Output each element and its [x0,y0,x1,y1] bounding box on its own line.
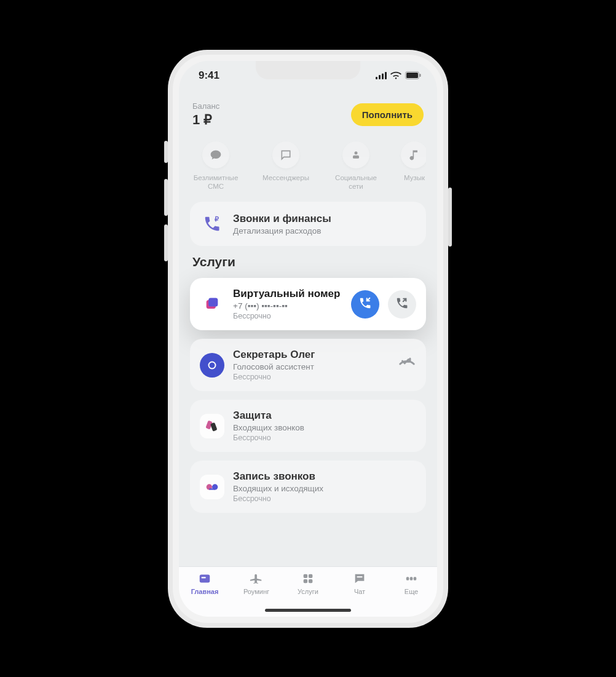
svg-rect-23 [304,579,307,582]
svg-rect-20 [202,577,206,578]
mute-switch [164,141,168,163]
service-card-protection[interactable]: Защита Входящих звонков Бессрочно [190,400,426,452]
svg-rect-6 [420,74,421,77]
balance-label: Баланс [192,101,219,111]
phone-incoming-icon [358,296,372,312]
quick-action-label: Социальные сети [335,173,377,191]
service-subtitle: Входящих и исходящих [233,484,416,493]
service-card-assistant[interactable]: Секретарь Олег Голосовой ассистент Бесср… [190,339,426,391]
svg-rect-3 [385,72,387,79]
volume-down [164,224,168,261]
balance-value: 1 ₽ [192,112,219,128]
incoming-call-button[interactable] [351,290,379,319]
chat-bubble-icon [202,141,229,168]
service-card-call-recording[interactable]: Запись звонков Входящих и исходящих Бесс… [190,461,426,513]
voicemail-icon [200,475,224,499]
status-time: 9:41 [199,69,219,82]
tab-home[interactable]: Главная [183,572,226,595]
svg-rect-27 [410,577,413,580]
shield-block-icon [200,414,224,438]
phone-outgoing-icon [395,296,409,312]
airplane-icon [249,572,264,585]
service-title: Виртуальный номер [233,288,342,300]
tab-label: Чат [354,588,365,595]
more-icon [404,572,419,585]
chat-icon [352,572,367,585]
quick-action-social[interactable]: Социальные сети [330,141,382,191]
tab-label: Еще [405,588,418,595]
svg-rect-28 [414,577,417,580]
svg-point-7 [355,151,358,154]
balance-block: Баланс 1 ₽ Пополнить [190,98,426,138]
service-meta: Бессрочно [233,434,416,442]
tab-label: Услуги [298,588,318,595]
service-subtitle: +7 (▪▪▪) ▪▪▪-▪▪-▪▪ [233,301,342,311]
message-square-icon [272,141,299,168]
svg-rect-19 [200,574,210,582]
screen: 9:41 Баланс [179,61,437,617]
cellular-icon [376,72,387,79]
status-indicators [376,71,421,79]
svg-rect-18 [209,488,215,489]
service-card-virtual-number[interactable]: Виртуальный номер +7 (▪▪▪) ▪▪▪-▪▪-▪▪ Бес… [190,278,426,330]
service-title: Запись звонков [233,470,416,483]
svg-rect-15 [210,422,218,432]
topup-button[interactable]: Пополнить [351,103,424,126]
quick-action-label: Музык [404,173,425,182]
tab-bar: Главная Роуминг Услуги Чат Еще [179,566,437,617]
svg-rect-26 [406,577,409,580]
home-icon [197,572,212,585]
svg-rect-24 [309,579,312,582]
svg-rect-21 [304,574,307,577]
service-title: Защита [233,410,416,422]
phone-frame: 9:41 Баланс [168,50,448,628]
card-title: Звонки и финансы [233,213,416,225]
music-note-icon [401,141,426,168]
svg-rect-22 [309,574,312,577]
phone-ruble-icon: ₽ [200,212,224,236]
volume-up [164,179,168,216]
grid-icon [301,572,315,585]
calls-finance-card[interactable]: ₽ Звонки и финансы Детализация расходов [190,202,426,246]
svg-rect-5 [406,73,418,78]
svg-rect-11 [208,298,218,306]
power-button [448,188,452,247]
tab-roaming[interactable]: Роуминг [235,572,278,595]
topup-label: Пополнить [362,109,413,120]
svg-text:₽: ₽ [215,216,219,223]
notch [256,61,360,79]
service-meta: Бессрочно [233,373,389,381]
svg-rect-1 [379,75,381,79]
service-subtitle: Голосовой ассистент [233,362,389,371]
tab-label: Главная [191,588,219,595]
tab-chat[interactable]: Чат [338,572,381,595]
assistant-avatar-icon [200,353,224,378]
service-subtitle: Входящих звонков [233,423,416,432]
service-title: Секретарь Олег [233,349,389,361]
svg-rect-2 [382,73,384,79]
tab-more[interactable]: Еще [390,572,433,595]
sim-cards-icon [200,292,224,317]
tab-services[interactable]: Услуги [286,572,330,595]
svg-rect-0 [376,77,377,79]
quick-action-music[interactable]: Музык [400,141,426,191]
quick-action-label: Безлимитные СМС [194,173,239,191]
quick-actions-row: Безлимитные СМС Мессенджеры Социальные с… [190,138,426,202]
tab-label: Роуминг [243,588,269,595]
wifi-icon [390,71,401,79]
svg-rect-25 [357,576,362,577]
missed-call-icon [398,355,416,376]
battery-icon [405,71,421,79]
service-meta: Бессрочно [233,494,416,503]
users-icon [342,141,369,168]
card-subtitle: Детализация расходов [233,226,416,236]
svg-rect-8 [353,155,359,158]
service-meta: Бессрочно [233,312,342,320]
home-indicator [265,609,351,612]
quick-action-messengers[interactable]: Мессенджеры [260,141,312,191]
section-title-services: Услуги [192,255,424,269]
quick-action-sms[interactable]: Безлимитные СМС [190,141,242,191]
outgoing-call-button[interactable] [388,290,416,319]
quick-action-label: Мессенджеры [263,173,309,182]
